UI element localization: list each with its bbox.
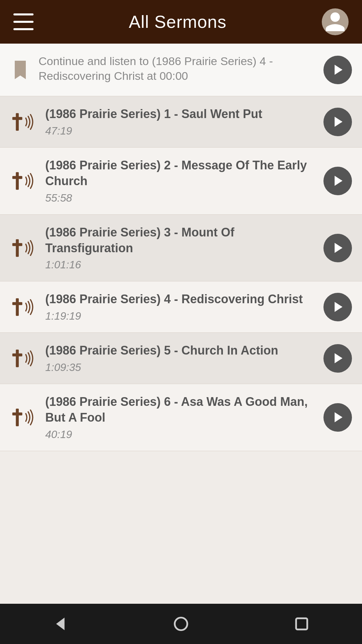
sermon-duration: 1:01:16 <box>45 259 315 271</box>
home-icon <box>173 615 189 632</box>
svg-rect-7 <box>16 239 19 257</box>
app-header: All Sermons <box>0 0 362 44</box>
svg-rect-1 <box>16 113 19 131</box>
sermon-text-area: (1986 Prairie Series) 3 - Mount Of Trans… <box>37 225 323 271</box>
svg-rect-21 <box>296 618 307 629</box>
sermon-icon <box>10 295 37 319</box>
list-item[interactable]: (1986 Prairie Series) 2 - Message Of The… <box>0 148 362 215</box>
svg-rect-10 <box>16 298 19 316</box>
svg-marker-9 <box>335 243 342 253</box>
sermon-text-area: (1986 Prairie Series) 1 - Saul Went Put … <box>37 106 323 137</box>
sermon-text-area: (1986 Prairie Series) 6 - Asa Was A Good… <box>37 394 323 441</box>
sermon-title: (1986 Prairie Series) 3 - Mount Of Trans… <box>45 225 315 256</box>
play-button[interactable] <box>323 108 352 136</box>
sermon-title: (1986 Prairie Series) 1 - Saul Went Put <box>45 106 315 122</box>
svg-rect-5 <box>12 176 22 179</box>
continue-item[interactable]: Continue and listen to (1986 Prairie Ser… <box>0 44 362 96</box>
svg-rect-14 <box>12 353 22 356</box>
svg-marker-19 <box>56 618 65 630</box>
bottom-navigation <box>0 604 362 644</box>
sermon-icon <box>10 110 37 133</box>
play-button[interactable] <box>323 403 352 432</box>
sermon-title: (1986 Prairie Series) 5 - Church In Acti… <box>45 343 315 359</box>
svg-rect-2 <box>12 117 22 120</box>
svg-marker-12 <box>335 302 342 312</box>
sermon-text-area: (1986 Prairie Series) 2 - Message Of The… <box>37 158 323 204</box>
sermon-text-area: (1986 Prairie Series) 4 - Rediscovering … <box>37 291 323 322</box>
account-icon <box>323 10 347 34</box>
recents-button[interactable] <box>288 610 315 637</box>
list-item[interactable]: (1986 Prairie Series) 3 - Mount Of Trans… <box>0 215 362 282</box>
play-button[interactable] <box>323 293 352 321</box>
sermon-icon <box>10 406 37 429</box>
svg-point-20 <box>175 618 187 630</box>
svg-marker-0 <box>335 65 342 75</box>
sermon-list: Continue and listen to (1986 Prairie Ser… <box>0 44 362 604</box>
svg-marker-18 <box>335 412 342 422</box>
sermon-title: (1986 Prairie Series) 2 - Message Of The… <box>45 158 315 189</box>
sermon-duration: 40:19 <box>45 428 315 441</box>
svg-rect-13 <box>16 350 19 367</box>
continue-text-area: Continue and listen to (1986 Prairie Ser… <box>30 54 323 86</box>
sermon-icon <box>10 236 37 260</box>
continue-play-button[interactable] <box>323 56 352 84</box>
sermon-title: (1986 Prairie Series) 6 - Asa Was A Good… <box>45 394 315 426</box>
sermon-duration: 1:09:35 <box>45 361 315 374</box>
sermon-duration: 47:19 <box>45 125 315 137</box>
sermon-duration: 1:19:19 <box>45 310 315 322</box>
list-item[interactable]: (1986 Prairie Series) 1 - Saul Went Put … <box>0 96 362 148</box>
svg-marker-6 <box>335 176 342 186</box>
continue-title: Continue and listen to (1986 Prairie Ser… <box>39 54 315 83</box>
play-button[interactable] <box>323 344 352 373</box>
bookmark-icon <box>10 60 30 80</box>
menu-button[interactable] <box>13 13 34 30</box>
svg-rect-4 <box>16 172 19 190</box>
play-button[interactable] <box>323 167 352 195</box>
back-button[interactable] <box>47 610 74 637</box>
svg-rect-16 <box>16 409 19 426</box>
home-button[interactable] <box>168 610 194 637</box>
svg-marker-3 <box>335 117 342 127</box>
back-icon <box>52 615 69 632</box>
recents-icon <box>293 615 310 632</box>
sermon-icon <box>10 169 37 193</box>
sermon-icon <box>10 346 37 370</box>
sermon-text-area: (1986 Prairie Series) 5 - Church In Acti… <box>37 343 323 374</box>
sermon-duration: 55:58 <box>45 192 315 204</box>
profile-button[interactable] <box>322 8 349 35</box>
page-title: All Sermons <box>34 12 322 32</box>
svg-rect-8 <box>12 243 22 246</box>
sermon-title: (1986 Prairie Series) 4 - Rediscovering … <box>45 291 315 307</box>
svg-rect-17 <box>12 412 22 415</box>
list-item[interactable]: (1986 Prairie Series) 4 - Rediscovering … <box>0 281 362 333</box>
svg-rect-11 <box>12 302 22 305</box>
play-button[interactable] <box>323 234 352 262</box>
list-item[interactable]: (1986 Prairie Series) 5 - Church In Acti… <box>0 333 362 384</box>
list-item[interactable]: (1986 Prairie Series) 6 - Asa Was A Good… <box>0 384 362 451</box>
svg-marker-15 <box>335 353 342 363</box>
